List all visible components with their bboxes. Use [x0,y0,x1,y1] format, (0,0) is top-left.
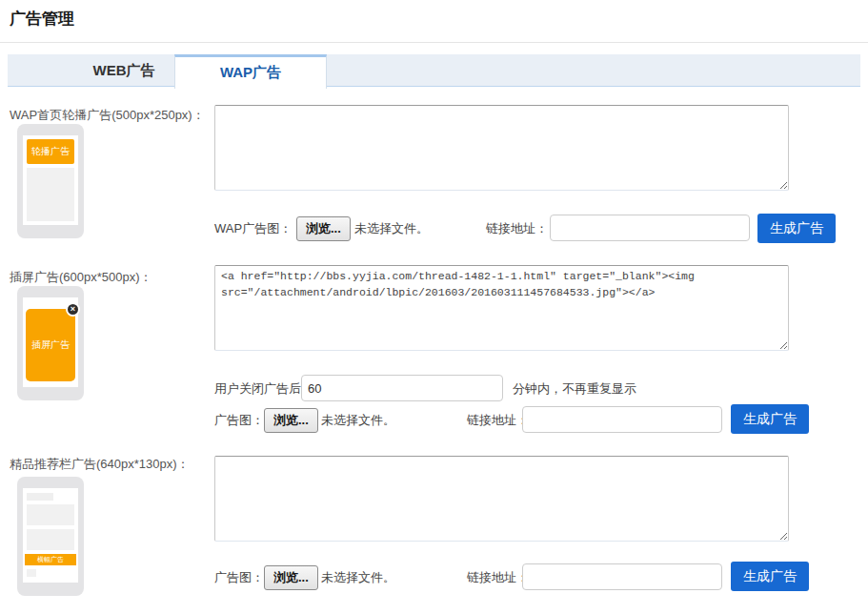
banner-phone-preview: 横幅广告 [17,477,84,596]
interstitial-browse-button[interactable]: 浏览... [264,408,318,433]
banner-image-label: 广告图： [214,564,264,591]
carousel-phone-preview: 轮播广告 [17,124,84,238]
page-title: 广告管理 [10,8,74,30]
close-delay-label: 用户关闭广告后: [214,376,305,402]
banner-link-label: 链接地址： [467,564,529,591]
carousel-generate-button[interactable]: 生成广告 [757,214,836,243]
carousel-browse-button[interactable]: 浏览... [296,216,351,241]
interstitial-image-label: 广告图： [214,407,264,434]
carousel-code-textarea[interactable] [214,105,789,191]
carousel-ad-placeholder: 轮播广告 [27,139,74,164]
ad-management-page: 广告管理 WEB广告 WAP广告 WAP首页轮播广告(500px*250px)：… [0,0,868,614]
content-placeholder [27,168,74,221]
banner-ad-placeholder: 横幅广告 [25,554,76,565]
close-delay-suffix: 分钟内，不再重复显示 [513,376,636,402]
title-divider [0,42,868,43]
interstitial-phone-preview: 插屏广告 × [17,286,84,400]
interstitial-ad-placeholder: 插屏广告 × [26,309,75,381]
interstitial-link-label: 链接地址： [467,407,529,434]
carousel-link-label: 链接地址： [486,215,548,242]
banner-code-textarea[interactable] [214,456,789,542]
content-placeholder [27,569,36,577]
banner-generate-button[interactable]: 生成广告 [731,562,809,591]
phone-screen: 插屏广告 × [23,297,78,387]
carousel-link-input[interactable] [550,215,750,241]
banner-browse-button[interactable]: 浏览... [264,565,318,590]
interstitial-generate-button[interactable]: 生成广告 [731,404,809,434]
tab-wap-ads[interactable]: WAP广告 [174,54,327,89]
close-delay-input[interactable] [301,375,503,401]
phone-screen: 横幅广告 [23,488,78,583]
banner-section-label: 精品推荐栏广告(640px*130px)： [10,456,190,473]
interstitial-link-input[interactable] [522,406,722,433]
phone-screen: 轮播广告 [23,135,78,225]
interstitial-code-textarea[interactable]: <a href="http://bbs.yyjia.com/thread-148… [214,265,789,351]
interstitial-no-file-text: 未选择文件。 [321,407,395,434]
carousel-no-file-text: 未选择文件。 [354,215,429,242]
content-placeholder [27,529,74,550]
banner-link-input[interactable] [522,563,722,590]
interstitial-section-label: 插屏广告(600px*500px)： [10,269,152,286]
interstitial-ad-label: 插屏广告 [31,338,70,352]
searchbar-placeholder [27,493,53,501]
banner-no-file-text: 未选择文件。 [321,564,395,591]
carousel-section-label: WAP首页轮播广告(500px*250px)： [10,107,205,124]
carousel-image-label: WAP广告图： [214,215,292,242]
close-icon: × [66,302,80,317]
content-placeholder [27,504,74,525]
